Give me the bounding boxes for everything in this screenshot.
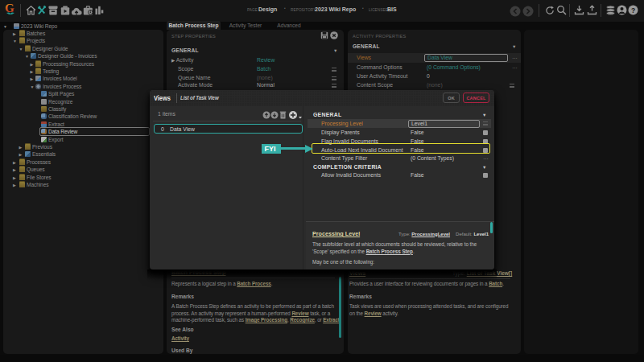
svg-text:?: ? (631, 6, 635, 14)
